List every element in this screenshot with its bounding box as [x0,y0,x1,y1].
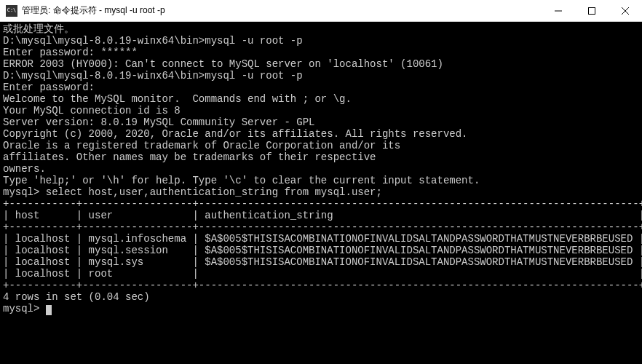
close-icon [622,7,629,15]
terminal-line: +-----------+------------------+--------… [3,221,639,233]
terminal-line: | localhost | root | | [3,268,639,280]
window-title: 管理员: 命令提示符 - mysql -u root -p [22,4,165,17]
svg-rect-1 [589,7,595,14]
terminal-line: Enter password: ****** [3,47,639,58]
cmd-icon-text: C:\ [7,8,17,13]
minimize-button[interactable] [542,0,575,21]
cursor [46,305,52,315]
terminal-line: ERROR 2003 (HY000): Can't connect to MyS… [3,58,639,70]
terminal-line: Server version: 8.0.19 MySQL Community S… [3,116,639,128]
terminal-line: Oracle is a registered trademark of Orac… [3,140,639,151]
titlebar[interactable]: C:\ 管理员: 命令提示符 - mysql -u root -p [0,0,642,22]
terminal-line: Welcome to the MySQL monitor. Commands e… [3,93,639,105]
window-controls [542,0,642,21]
terminal-line: | localhost | mysql.infoschema | $A$005$… [3,233,639,245]
close-button[interactable] [609,0,642,21]
maximize-icon [588,7,595,15]
terminal-line: affiliates. Other names may be trademark… [3,151,639,163]
terminal-line: Type 'help;' or '\h' for help. Type '\c'… [3,175,639,186]
minimize-icon [555,7,562,15]
terminal-line: Enter password: [3,82,639,93]
terminal-line: owners. [3,163,639,175]
terminal-line: Your MySQL connection id is 8 [3,105,639,116]
titlebar-left: C:\ 管理员: 命令提示符 - mysql -u root -p [0,4,165,17]
cmd-icon: C:\ [6,5,17,17]
terminal-line: | host | user | authentication_string | [3,210,639,221]
terminal-line: 4 rows in set (0.04 sec) [3,291,639,303]
terminal-line: 或批处理文件。 [3,23,639,35]
terminal-output[interactable]: 或批处理文件。D:\mysql\mysql-8.0.19-winx64\bin>… [0,22,642,364]
terminal-line: D:\mysql\mysql-8.0.19-winx64\bin>mysql -… [3,70,639,82]
terminal-line: mysql> [3,303,639,314]
terminal-line: | localhost | mysql.session | $A$005$THI… [3,245,639,256]
maximize-button[interactable] [575,0,609,21]
terminal-line: mysql> select host,user,authentication_s… [3,186,639,198]
terminal-line: D:\mysql\mysql-8.0.19-winx64\bin>mysql -… [3,35,639,47]
terminal-line: | localhost | mysql.sys | $A$005$THISISA… [3,256,639,268]
terminal-line: +-----------+------------------+--------… [3,198,639,210]
terminal-line: Copyright (c) 2000, 2020, Oracle and/or … [3,128,639,140]
terminal-line: +-----------+------------------+--------… [3,280,639,291]
